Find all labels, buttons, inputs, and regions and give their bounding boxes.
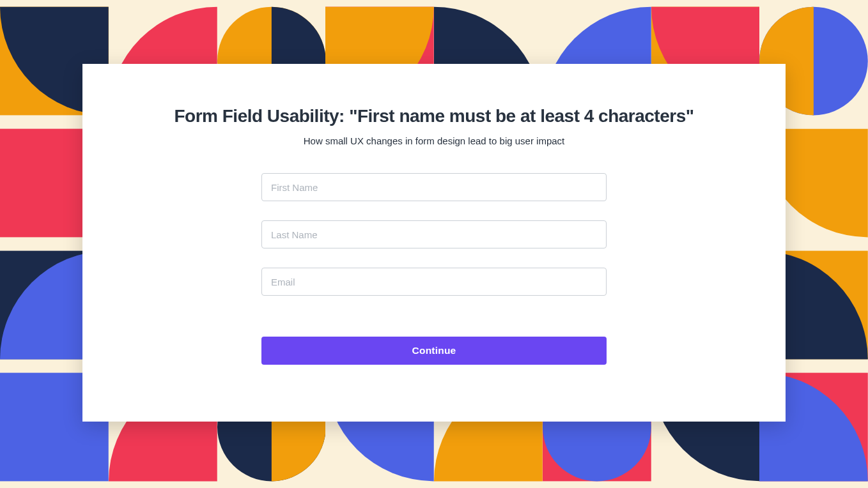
last-name-input[interactable] <box>261 220 607 248</box>
signup-form: Continue <box>261 173 607 365</box>
page-subtitle: How small UX changes in form design lead… <box>304 135 565 146</box>
first-name-input[interactable] <box>261 173 607 201</box>
continue-button[interactable]: Continue <box>261 337 607 365</box>
page-title: Form Field Usability: "First name must b… <box>174 106 694 126</box>
form-card: Form Field Usability: "First name must b… <box>82 64 786 422</box>
email-input[interactable] <box>261 268 607 296</box>
